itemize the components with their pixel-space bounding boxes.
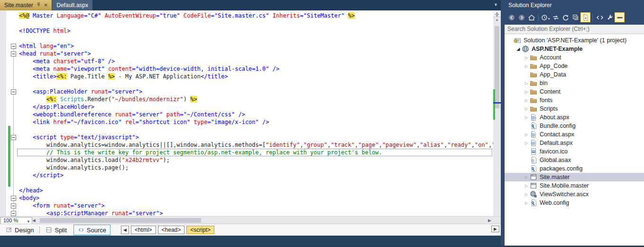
code-line[interactable]: <meta name="viewport" content="width=dev… bbox=[0, 65, 493, 73]
breadcrumb-back-icon[interactable]: ◀ bbox=[121, 226, 129, 234]
code-editor[interactable]: <%@ Master Language="C#" AutoEventWireup… bbox=[0, 10, 493, 227]
document-tab[interactable]: Default.aspx bbox=[52, 0, 92, 10]
split-window-handle[interactable] bbox=[493, 10, 501, 17]
expander-closed-icon[interactable]: ▷ bbox=[524, 81, 529, 86]
code-line[interactable] bbox=[0, 35, 493, 42]
pin-icon[interactable] bbox=[36, 2, 41, 9]
code-line[interactable]: <!DOCTYPE html> bbox=[0, 27, 493, 35]
properties-button[interactable] bbox=[605, 12, 615, 22]
source-view-button[interactable]: Source bbox=[74, 225, 110, 235]
tree-item[interactable]: ▷Default.aspx bbox=[505, 139, 644, 147]
expander-closed-icon[interactable]: ▷ bbox=[524, 175, 529, 180]
expander-closed-icon[interactable]: ▷ bbox=[524, 115, 529, 120]
code-line[interactable]: <head runat="server"> bbox=[0, 50, 493, 57]
tree-item[interactable]: packages.config bbox=[505, 164, 644, 173]
code-line[interactable]: // This is the write key for project seg… bbox=[0, 149, 493, 156]
breadcrumb-overflow-icon[interactable]: ▶ bbox=[491, 226, 499, 232]
back-button[interactable] bbox=[506, 12, 516, 22]
expander-closed-icon[interactable]: ▷ bbox=[524, 141, 529, 145]
fold-toggle-icon[interactable] bbox=[11, 51, 16, 57]
breadcrumb-tag[interactable]: <script> bbox=[186, 226, 214, 234]
code-line[interactable] bbox=[0, 126, 493, 133]
panel-splitter[interactable] bbox=[501, 0, 505, 247]
tree-item[interactable]: App_Data bbox=[505, 70, 644, 79]
code-line[interactable]: <%@ Master Language="C#" AutoEventWireup… bbox=[0, 12, 493, 19]
collapse-all-button[interactable] bbox=[570, 12, 580, 22]
design-view-button[interactable]: Design bbox=[2, 225, 37, 235]
fold-toggle-icon[interactable] bbox=[11, 89, 16, 95]
code-line[interactable]: <script type="text/javascript"> bbox=[0, 133, 493, 141]
scroll-right-arrow-icon[interactable]: ▶ bbox=[488, 218, 491, 223]
fold-toggle-icon[interactable] bbox=[11, 196, 16, 201]
code-line[interactable]: <link href="~/favicon.ico" rel="shortcut… bbox=[0, 118, 493, 126]
code-line[interactable]: window.analytics.page(); bbox=[0, 164, 493, 171]
refresh-button[interactable] bbox=[561, 12, 570, 22]
vertical-scroll-thumb[interactable] bbox=[495, 26, 499, 108]
view-code-button[interactable] bbox=[595, 12, 605, 22]
code-line[interactable]: <meta charset="utf-8" /> bbox=[0, 57, 493, 65]
home-button[interactable] bbox=[526, 12, 536, 22]
expander-closed-icon[interactable]: ▷ bbox=[524, 56, 529, 60]
preview-selected-items-button[interactable] bbox=[615, 12, 625, 22]
code-line[interactable] bbox=[0, 19, 493, 27]
close-icon[interactable]: × bbox=[44, 3, 48, 8]
document-tab[interactable]: Site.master× bbox=[0, 0, 52, 10]
tree-item[interactable]: ▷Content bbox=[505, 87, 644, 96]
tree-item[interactable]: ▷Site.Mobile.master bbox=[505, 181, 644, 190]
expander-closed-icon[interactable]: ▷ bbox=[524, 98, 529, 103]
show-all-files-button[interactable] bbox=[580, 12, 590, 22]
tree-item[interactable]: ▷Site.master bbox=[505, 173, 644, 181]
split-view-button[interactable]: Split bbox=[42, 225, 70, 235]
tree-item[interactable]: ▷fonts bbox=[505, 96, 644, 104]
forward-button[interactable] bbox=[516, 12, 526, 22]
expander-closed-icon[interactable]: ▷ bbox=[524, 107, 529, 111]
code-line[interactable]: <title><%: Page.Title %> - My ASP.NET Ap… bbox=[0, 73, 493, 80]
tree-item[interactable]: ▷ViewSwitcher.ascx bbox=[505, 190, 644, 199]
scroll-left-arrow-icon[interactable]: ◀ bbox=[32, 218, 36, 223]
editor-zoom-select[interactable]: 100 % ▼ bbox=[0, 217, 32, 224]
code-line[interactable]: </asp:PlaceHolder> bbox=[0, 103, 493, 111]
horizontal-scrollbar[interactable]: 100 % ▼ ◀ ▶ bbox=[0, 216, 501, 224]
document-well-dropdown-icon[interactable]: ▼ bbox=[494, 2, 498, 7]
expander-closed-icon[interactable]: ▷ bbox=[524, 133, 529, 137]
tree-item[interactable]: ▷bin bbox=[505, 79, 644, 87]
code-line[interactable]: </head> bbox=[0, 187, 493, 194]
tree-item[interactable]: Global.asax bbox=[505, 156, 644, 164]
tree-item[interactable]: favicon.ico bbox=[505, 147, 644, 156]
code-line[interactable] bbox=[0, 179, 493, 187]
breadcrumb-tag[interactable]: <head> bbox=[158, 226, 185, 234]
code-line[interactable]: <webopt:bundlereference runat="server" p… bbox=[0, 111, 493, 118]
expander-closed-icon[interactable]: ▷ bbox=[524, 90, 529, 94]
code-text-area[interactable]: <%@ Master Language="C#" AutoEventWireup… bbox=[0, 12, 493, 227]
expander-closed-icon[interactable]: ▷ bbox=[524, 64, 529, 68]
code-line[interactable]: <%: Scripts.Render("~/bundles/modernizr"… bbox=[0, 95, 493, 103]
expander-closed-icon[interactable]: ▷ bbox=[524, 184, 529, 188]
breadcrumb-tag[interactable]: <html> bbox=[131, 226, 156, 234]
expander-closed-icon[interactable]: ▷ bbox=[524, 201, 529, 205]
tree-item[interactable]: ▷Account bbox=[505, 53, 644, 62]
fold-toggle-icon[interactable] bbox=[11, 203, 16, 209]
sync-active-document-button[interactable] bbox=[551, 12, 561, 22]
scroll-up-arrow-icon[interactable]: ▲ bbox=[493, 18, 501, 22]
history-button[interactable] bbox=[541, 12, 551, 22]
fold-toggle-icon[interactable] bbox=[11, 44, 16, 49]
tree-item[interactable]: ▷Web.config bbox=[505, 199, 644, 207]
tree-item[interactable]: ▷Contact.aspx bbox=[505, 130, 644, 139]
tree-item[interactable]: ▷App_Code bbox=[505, 62, 644, 70]
code-line[interactable]: <html lang="en"> bbox=[0, 42, 493, 50]
horizontal-scroll-thumb[interactable] bbox=[40, 218, 201, 223]
solution-explorer-search-input[interactable]: Search Solution Explorer (Ctrl+;) bbox=[505, 24, 644, 34]
code-line[interactable]: <asp:PlaceHolder runat="server"> bbox=[0, 88, 493, 95]
tree-item[interactable]: ▷Scripts bbox=[505, 104, 644, 113]
code-line[interactable]: <form runat="server"> bbox=[0, 202, 493, 209]
code-line[interactable]: </script> bbox=[0, 171, 493, 179]
tree-item[interactable]: ◢ASP.NET-Example bbox=[505, 45, 644, 53]
code-line[interactable]: <body> bbox=[0, 194, 493, 202]
code-line[interactable]: window.analytics=window.analytics||[],wi… bbox=[0, 141, 493, 149]
expander-closed-icon[interactable]: ▷ bbox=[524, 192, 529, 197]
fold-toggle-icon[interactable] bbox=[11, 211, 16, 216]
tree-item[interactable]: Solution 'ASP.NET-Example' (1 project) bbox=[505, 36, 644, 45]
code-line[interactable] bbox=[0, 80, 493, 88]
vertical-scrollbar[interactable]: ▲ ▼ bbox=[493, 10, 501, 227]
code-line[interactable]: window.analytics.load("x24b2rmtvv"); bbox=[0, 156, 493, 164]
